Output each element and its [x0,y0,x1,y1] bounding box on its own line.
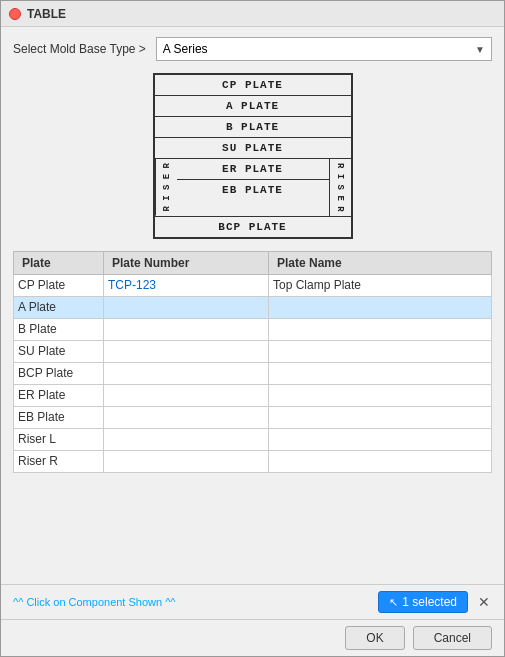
plate-name-input[interactable] [273,388,487,402]
plate-number-cell[interactable] [104,340,269,362]
table-row[interactable]: A Plate [14,296,492,318]
riser-left-label: R I S E R [155,159,177,216]
col-plate: Plate [14,251,104,274]
plate-cell: Riser R [14,450,104,472]
plate-table-section: Plate Plate Number Plate Name CP PlateA … [13,251,492,574]
inner-plates: ER PLATE EB PLATE [177,159,329,216]
mold-diagram: CP PLATE A PLATE B PLATE SU PLATE R I S … [153,73,353,239]
plate-name-cell[interactable] [269,450,492,472]
plate-cell: BCP Plate [14,362,104,384]
plate-number-cell[interactable] [104,406,269,428]
window-title: TABLE [27,7,66,21]
cancel-button[interactable]: Cancel [413,626,492,650]
plate-number-cell[interactable] [104,450,269,472]
mold-base-label: Select Mold Base Type > [13,42,146,56]
plate-name-input[interactable] [273,432,487,446]
table-row[interactable]: CP Plate [14,274,492,296]
plate-number-input[interactable] [108,344,264,358]
plate-cell: CP Plate [14,274,104,296]
bottom-bar: ^^ Click on Component Shown ^^ ↖ 1 selec… [1,584,504,619]
table-header-row: Plate Plate Number Plate Name [14,251,492,274]
table-row[interactable]: B Plate [14,318,492,340]
plate-number-cell[interactable] [104,428,269,450]
middle-section: R I S E R ER PLATE EB PLATE R I S E R [155,159,351,217]
plate-number-cell[interactable] [104,362,269,384]
plate-number-input[interactable] [108,432,264,446]
plate-name-input[interactable] [273,300,487,314]
plate-number-input[interactable] [108,366,264,380]
plate-number-cell[interactable] [104,296,269,318]
click-component-label: ^^ Click on Component Shown ^^ [13,596,370,608]
selected-button[interactable]: ↖ 1 selected [378,591,468,613]
mold-base-value: A Series [163,42,208,56]
plate-cell: Riser L [14,428,104,450]
plate-name-input[interactable] [273,344,487,358]
plate-name-cell[interactable] [269,274,492,296]
plate-number-input[interactable] [108,278,264,292]
table-row[interactable]: Riser L [14,428,492,450]
main-window: TABLE Select Mold Base Type > A Series ▼… [0,0,505,657]
plate-cell: A Plate [14,296,104,318]
plate-table: Plate Plate Number Plate Name CP PlateA … [13,251,492,473]
ok-button[interactable]: OK [345,626,404,650]
plate-name-cell[interactable] [269,340,492,362]
selected-count-label: 1 selected [402,595,457,609]
table-row[interactable]: BCP Plate [14,362,492,384]
chevron-down-icon: ▼ [475,44,485,55]
plate-name-input[interactable] [273,454,487,468]
plate-name-input[interactable] [273,366,487,380]
plate-number-cell[interactable] [104,318,269,340]
plate-name-cell[interactable] [269,406,492,428]
plate-cell: EB Plate [14,406,104,428]
table-row[interactable]: EB Plate [14,406,492,428]
close-dot[interactable] [9,8,21,20]
mold-base-select[interactable]: A Series ▼ [156,37,492,61]
ok-cancel-bar: OK Cancel [1,619,504,656]
plate-number-input[interactable] [108,410,264,424]
plate-name-input[interactable] [273,278,487,292]
table-wrapper[interactable]: Plate Plate Number Plate Name CP PlateA … [13,251,492,574]
bcp-plate-label: BCP PLATE [155,217,351,237]
plate-cell: B Plate [14,318,104,340]
table-row[interactable]: SU Plate [14,340,492,362]
table-row[interactable]: Riser R [14,450,492,472]
plate-cell: ER Plate [14,384,104,406]
plate-number-input[interactable] [108,300,264,314]
diagram-container: CP PLATE A PLATE B PLATE SU PLATE R I S … [13,69,492,243]
plate-number-input[interactable] [108,388,264,402]
mold-base-row: Select Mold Base Type > A Series ▼ [13,37,492,61]
plate-name-cell[interactable] [269,318,492,340]
eb-plate-label: EB PLATE [177,180,329,200]
plate-number-cell[interactable] [104,384,269,406]
plate-name-input[interactable] [273,410,487,424]
content-area: Select Mold Base Type > A Series ▼ CP PL… [1,27,504,584]
table-row[interactable]: ER Plate [14,384,492,406]
er-plate-label: ER PLATE [177,159,329,180]
riser-right-label: R I S E R [329,159,351,216]
col-plate-name: Plate Name [269,251,492,274]
b-plate-label: B PLATE [155,117,351,138]
close-selected-button[interactable]: ✕ [476,594,492,610]
plate-name-cell[interactable] [269,296,492,318]
plate-cell: SU Plate [14,340,104,362]
plate-name-cell[interactable] [269,428,492,450]
plate-number-input[interactable] [108,454,264,468]
su-plate-label: SU PLATE [155,138,351,159]
a-plate-label: A PLATE [155,96,351,117]
plate-number-cell[interactable] [104,274,269,296]
plate-name-input[interactable] [273,322,487,336]
plate-name-cell[interactable] [269,362,492,384]
plate-name-cell[interactable] [269,384,492,406]
col-plate-number: Plate Number [104,251,269,274]
cp-plate-label: CP PLATE [155,75,351,96]
title-bar: TABLE [1,1,504,27]
cursor-icon: ↖ [389,596,398,609]
plate-number-input[interactable] [108,322,264,336]
